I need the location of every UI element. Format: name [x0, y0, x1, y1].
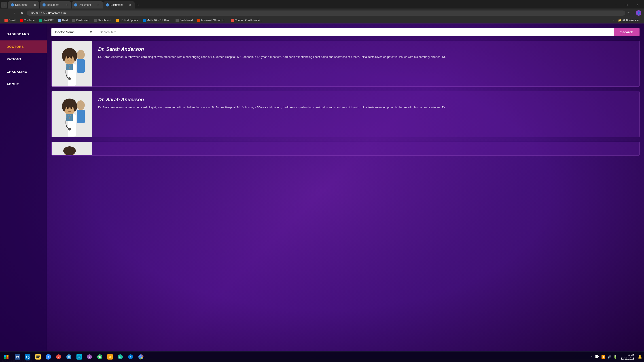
- doctor-info-3: [92, 142, 639, 155]
- tray-battery-icon[interactable]: 🔋: [613, 355, 617, 359]
- svg-point-11: [68, 77, 71, 80]
- star-icon[interactable]: ☆: [627, 11, 630, 15]
- taskbar-app-teal[interactable]: ◎: [116, 353, 125, 361]
- forward-button[interactable]: →: [11, 10, 17, 16]
- profile-icon[interactable]: 👤: [636, 10, 641, 16]
- tab-close-4[interactable]: ✕: [128, 3, 132, 7]
- clock[interactable]: 10:35 12/11/2023: [619, 353, 636, 361]
- taskbar-app-word[interactable]: W: [12, 353, 22, 361]
- tray-sound-icon[interactable]: 🔊: [607, 355, 611, 359]
- taskbar-app-purple[interactable]: ◈: [84, 353, 94, 361]
- back-button[interactable]: ←: [3, 10, 9, 16]
- sidebar-item-dashboard[interactable]: DASHBOARD: [0, 28, 47, 40]
- minimize-button[interactable]: −: [611, 1, 621, 8]
- svg-point-7: [67, 56, 69, 58]
- sidebar-item-chanaling[interactable]: CHANALING: [0, 65, 47, 78]
- svg-point-21: [67, 107, 69, 109]
- tab-close-2[interactable]: ✕: [65, 3, 68, 7]
- system-tray: ^ 💬 📶 🔊 🔋 10:35 12/11/2023 🔔: [591, 353, 642, 361]
- doctor-card-2[interactable]: Dr. Sarah Anderson Dr. Sarah Anderson, a…: [52, 91, 640, 137]
- app-teal-icon: ◎: [118, 354, 123, 360]
- app-container: DASHBOARD DOCTORS PATIONT CHANALING ABOU…: [0, 23, 644, 359]
- more-bookmarks-button[interactable]: »: [611, 18, 616, 22]
- svg-text:💬: 💬: [98, 355, 102, 359]
- bookmark-course[interactable]: Course: Pre-Universi...: [229, 18, 264, 22]
- search-button[interactable]: Secarch: [614, 28, 640, 36]
- taskbar-app-files[interactable]: 📁: [105, 353, 115, 361]
- taskbar-app-vscode[interactable]: ❮❯: [23, 353, 33, 361]
- svg-point-22: [70, 107, 72, 109]
- taskbar-app-chrome[interactable]: [136, 353, 146, 361]
- dropdown-arrow-icon: ▼: [89, 30, 92, 34]
- search-input[interactable]: [96, 28, 614, 36]
- taskbar-app-blue[interactable]: ⊕: [64, 353, 74, 361]
- taskbar-app-defender[interactable]: 🛡: [74, 353, 84, 361]
- svg-point-15: [77, 100, 85, 110]
- tray-wifi-icon[interactable]: 📶: [601, 355, 605, 359]
- browser-tab-4[interactable]: Document ✕: [103, 1, 134, 8]
- taskbar-app-zoom[interactable]: Z: [44, 353, 53, 361]
- sidebar-item-doctors[interactable]: DOCTORS: [0, 40, 47, 53]
- bookmark-gmail[interactable]: Gmail: [3, 18, 17, 22]
- doctor-card-1[interactable]: Dr. Sarah Anderson Dr. Sarah Anderson, a…: [52, 41, 640, 87]
- tray-expand-icon[interactable]: ^: [591, 356, 592, 358]
- bookmark-bard[interactable]: Bard: [56, 18, 70, 22]
- sidebar-item-pationt[interactable]: PATIONT: [0, 53, 47, 65]
- tab-close-3[interactable]: ✕: [96, 3, 100, 7]
- taskbar-app-whatsapp[interactable]: 💬: [95, 353, 105, 361]
- taskbar-app-edge[interactable]: e: [126, 353, 136, 361]
- all-bookmarks-button[interactable]: 📁 All Bookmarks: [616, 18, 641, 22]
- windows-logo-icon: [4, 355, 8, 359]
- chatgpt-favicon: [39, 19, 42, 22]
- tray-icons: ^ 💬 📶 🔊 🔋: [591, 355, 617, 359]
- maximize-button[interactable]: □: [622, 1, 632, 8]
- tab-close-1[interactable]: ✕: [33, 3, 37, 7]
- sidebar: DASHBOARD DOCTORS PATIONT CHANALING ABOU…: [0, 23, 47, 359]
- doctor-info-2: Dr. Sarah Anderson Dr. Sarah Anderson, a…: [92, 91, 639, 137]
- search-dropdown[interactable]: Doctor Name ▼: [52, 28, 96, 36]
- tab-favicon-1: [11, 3, 14, 6]
- bookmark-chatgpt[interactable]: chatGPT: [37, 18, 56, 22]
- bookmark-dashboard3[interactable]: Dashboard: [174, 18, 194, 22]
- refresh-button[interactable]: ↻: [19, 10, 25, 16]
- gmail-favicon: [4, 19, 8, 22]
- bookmark-usjnet[interactable]: USJNet Sphere: [114, 18, 140, 22]
- tray-wechat-icon[interactable]: 💬: [594, 355, 599, 359]
- tab-favicon-4: [106, 3, 109, 6]
- taskbar-app-red[interactable]: ⚙: [54, 353, 64, 361]
- dash2-favicon: [94, 19, 97, 22]
- bookmark-dashboard2-label: Dashboard: [98, 19, 111, 22]
- tab-title-1: Document: [15, 3, 32, 6]
- bookmark-dashboard2[interactable]: Dashboard: [92, 18, 113, 22]
- svg-text:❮❯: ❮❯: [26, 356, 30, 359]
- browser-chrome: ‹ Document ✕ Document ✕ Document ✕ Docum…: [0, 0, 644, 23]
- sidebar-item-about[interactable]: ABOUT: [0, 78, 47, 90]
- taskbar-app-notepad[interactable]: [33, 353, 43, 361]
- svg-rect-37: [36, 357, 40, 357]
- browser-tab-2[interactable]: Document ✕: [40, 1, 71, 8]
- bookmark-youtube[interactable]: YouTube: [18, 18, 36, 22]
- svg-point-25: [68, 128, 71, 130]
- bookmark-mail[interactable]: Mail - BANDRANA...: [141, 18, 173, 22]
- svg-point-6: [73, 51, 77, 61]
- doctor-card-3[interactable]: [52, 142, 640, 156]
- bookmark-dashboard1[interactable]: Dashboard: [70, 18, 91, 22]
- svg-point-8: [70, 56, 72, 58]
- sidebar-doctors-label: DOCTORS: [7, 45, 24, 48]
- main-content: Doctor Name ▼ Secarch: [47, 23, 644, 359]
- new-tab-button[interactable]: +: [135, 2, 141, 8]
- address-input[interactable]: [27, 10, 625, 16]
- close-button[interactable]: ✕: [632, 1, 643, 8]
- notification-icon[interactable]: 🔔: [638, 355, 642, 359]
- start-button[interactable]: [2, 353, 11, 361]
- chrome-icon: [138, 354, 144, 360]
- browser-mode-icon[interactable]: □: [632, 11, 634, 15]
- bookmark-msoffice[interactable]: Microsoft Office Ho...: [196, 18, 228, 22]
- svg-text:e: e: [130, 356, 131, 358]
- browser-tab-1[interactable]: Document ✕: [8, 1, 39, 8]
- tab-scroll-button[interactable]: ‹: [1, 2, 7, 8]
- browser-tab-3[interactable]: Document ✕: [72, 1, 103, 8]
- word-icon: W: [15, 354, 20, 360]
- tab-title-4: Document: [110, 3, 127, 6]
- all-bookmarks-label: All Bookmarks: [622, 19, 640, 22]
